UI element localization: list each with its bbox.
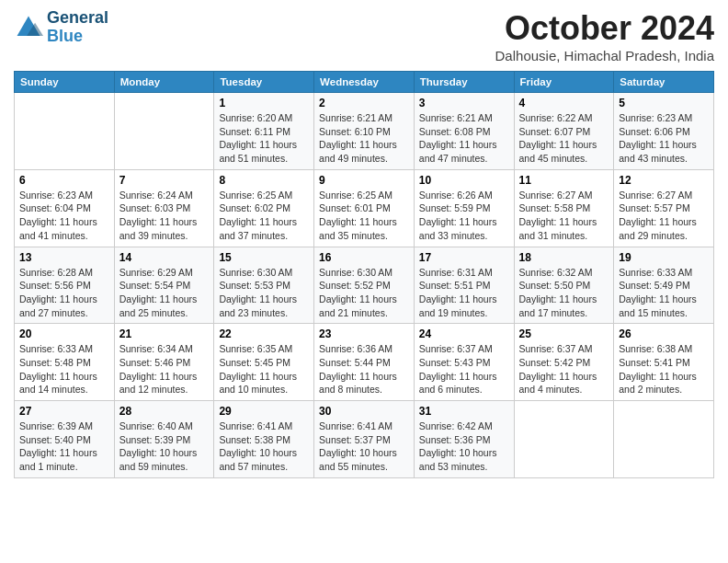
day-info: Sunrise: 6:22 AM Sunset: 6:07 PM Dayligh… xyxy=(519,111,609,166)
day-of-week-header: Friday xyxy=(514,72,614,93)
month-title: October 2024 xyxy=(495,9,714,48)
calendar-day-cell: 4Sunrise: 6:22 AM Sunset: 6:07 PM Daylig… xyxy=(514,93,614,170)
day-number: 25 xyxy=(519,327,609,340)
calendar-day-cell: 7Sunrise: 6:24 AM Sunset: 6:03 PM Daylig… xyxy=(114,169,214,247)
day-of-week-header: Saturday xyxy=(614,72,714,93)
day-info: Sunrise: 6:21 AM Sunset: 6:10 PM Dayligh… xyxy=(319,111,409,166)
calendar-day-cell: 31Sunrise: 6:42 AM Sunset: 5:36 PM Dayli… xyxy=(414,401,514,478)
day-number: 9 xyxy=(319,174,409,187)
day-number: 28 xyxy=(119,405,210,418)
day-number: 21 xyxy=(119,327,210,340)
day-info: Sunrise: 6:25 AM Sunset: 6:01 PM Dayligh… xyxy=(319,189,409,243)
day-info: Sunrise: 6:34 AM Sunset: 5:46 PM Dayligh… xyxy=(119,342,210,396)
day-number: 27 xyxy=(19,405,109,418)
day-info: Sunrise: 6:29 AM Sunset: 5:54 PM Dayligh… xyxy=(119,266,210,320)
day-info: Sunrise: 6:26 AM Sunset: 5:59 PM Dayligh… xyxy=(419,189,509,243)
day-info: Sunrise: 6:33 AM Sunset: 5:49 PM Dayligh… xyxy=(619,266,709,320)
day-info: Sunrise: 6:30 AM Sunset: 5:53 PM Dayligh… xyxy=(219,266,309,320)
day-number: 24 xyxy=(419,327,509,340)
calendar-day-cell: 16Sunrise: 6:30 AM Sunset: 5:52 PM Dayli… xyxy=(314,247,415,324)
day-number: 30 xyxy=(319,405,409,418)
day-number: 16 xyxy=(319,251,409,264)
day-number: 17 xyxy=(419,251,509,264)
day-info: Sunrise: 6:23 AM Sunset: 6:06 PM Dayligh… xyxy=(619,111,709,166)
day-of-week-header: Thursday xyxy=(414,72,514,93)
calendar-day-cell: 12Sunrise: 6:27 AM Sunset: 5:57 PM Dayli… xyxy=(614,169,714,247)
day-info: Sunrise: 6:27 AM Sunset: 5:58 PM Dayligh… xyxy=(519,189,609,243)
logo-icon xyxy=(14,13,43,42)
day-number: 14 xyxy=(119,251,210,264)
calendar-week-row: 20Sunrise: 6:33 AM Sunset: 5:48 PM Dayli… xyxy=(15,324,714,401)
calendar-day-cell: 26Sunrise: 6:38 AM Sunset: 5:41 PM Dayli… xyxy=(614,324,714,401)
day-number: 26 xyxy=(619,327,709,340)
day-number: 1 xyxy=(219,97,309,109)
day-info: Sunrise: 6:37 AM Sunset: 5:43 PM Dayligh… xyxy=(419,342,509,396)
day-of-week-header: Wednesday xyxy=(314,72,415,93)
calendar-day-cell: 28Sunrise: 6:40 AM Sunset: 5:39 PM Dayli… xyxy=(114,401,214,478)
day-info: Sunrise: 6:31 AM Sunset: 5:51 PM Dayligh… xyxy=(419,266,509,320)
calendar-day-cell: 9Sunrise: 6:25 AM Sunset: 6:01 PM Daylig… xyxy=(314,169,415,247)
calendar-day-cell: 20Sunrise: 6:33 AM Sunset: 5:48 PM Dayli… xyxy=(15,324,115,401)
calendar-header-row: SundayMondayTuesdayWednesdayThursdayFrid… xyxy=(15,72,714,93)
day-info: Sunrise: 6:33 AM Sunset: 5:48 PM Dayligh… xyxy=(19,342,109,396)
day-of-week-header: Tuesday xyxy=(214,72,314,93)
calendar-table: SundayMondayTuesdayWednesdayThursdayFrid… xyxy=(14,71,714,478)
day-info: Sunrise: 6:28 AM Sunset: 5:56 PM Dayligh… xyxy=(19,266,109,320)
calendar-day-cell: 23Sunrise: 6:36 AM Sunset: 5:44 PM Dayli… xyxy=(314,324,415,401)
day-number: 23 xyxy=(319,327,409,340)
calendar-day-cell: 18Sunrise: 6:32 AM Sunset: 5:50 PM Dayli… xyxy=(514,247,614,324)
calendar-day-cell: 29Sunrise: 6:41 AM Sunset: 5:38 PM Dayli… xyxy=(214,401,314,478)
calendar-day-cell xyxy=(114,93,214,170)
day-info: Sunrise: 6:37 AM Sunset: 5:42 PM Dayligh… xyxy=(519,342,609,396)
calendar-day-cell: 22Sunrise: 6:35 AM Sunset: 5:45 PM Dayli… xyxy=(214,324,314,401)
calendar-week-row: 6Sunrise: 6:23 AM Sunset: 6:04 PM Daylig… xyxy=(15,169,714,247)
day-info: Sunrise: 6:41 AM Sunset: 5:38 PM Dayligh… xyxy=(219,419,309,474)
location-subtitle: Dalhousie, Himachal Pradesh, India xyxy=(495,48,714,63)
day-number: 10 xyxy=(419,174,509,187)
day-info: Sunrise: 6:21 AM Sunset: 6:08 PM Dayligh… xyxy=(419,111,509,166)
day-of-week-header: Monday xyxy=(114,72,214,93)
calendar-day-cell: 30Sunrise: 6:41 AM Sunset: 5:37 PM Dayli… xyxy=(314,401,415,478)
calendar-day-cell: 2Sunrise: 6:21 AM Sunset: 6:10 PM Daylig… xyxy=(314,93,415,170)
calendar-day-cell: 25Sunrise: 6:37 AM Sunset: 5:42 PM Dayli… xyxy=(514,324,614,401)
calendar-day-cell: 8Sunrise: 6:25 AM Sunset: 6:02 PM Daylig… xyxy=(214,169,314,247)
day-number: 15 xyxy=(219,251,309,264)
calendar-day-cell: 3Sunrise: 6:21 AM Sunset: 6:08 PM Daylig… xyxy=(414,93,514,170)
day-number: 31 xyxy=(419,405,509,418)
day-info: Sunrise: 6:35 AM Sunset: 5:45 PM Dayligh… xyxy=(219,342,309,396)
day-info: Sunrise: 6:25 AM Sunset: 6:02 PM Dayligh… xyxy=(219,189,309,243)
day-number: 3 xyxy=(419,97,509,109)
day-number: 11 xyxy=(519,174,609,187)
day-number: 20 xyxy=(19,327,109,340)
calendar-day-cell: 11Sunrise: 6:27 AM Sunset: 5:58 PM Dayli… xyxy=(514,169,614,247)
day-info: Sunrise: 6:36 AM Sunset: 5:44 PM Dayligh… xyxy=(319,342,409,396)
day-number: 29 xyxy=(219,405,309,418)
day-info: Sunrise: 6:38 AM Sunset: 5:41 PM Dayligh… xyxy=(619,342,709,396)
day-of-week-header: Sunday xyxy=(15,72,115,93)
logo: General Blue xyxy=(14,9,108,46)
calendar-day-cell: 24Sunrise: 6:37 AM Sunset: 5:43 PM Dayli… xyxy=(414,324,514,401)
day-info: Sunrise: 6:32 AM Sunset: 5:50 PM Dayligh… xyxy=(519,266,609,320)
calendar-day-cell: 27Sunrise: 6:39 AM Sunset: 5:40 PM Dayli… xyxy=(15,401,115,478)
page-header: General Blue October 2024 Dalhousie, Him… xyxy=(14,9,714,63)
day-number: 2 xyxy=(319,97,409,109)
day-info: Sunrise: 6:27 AM Sunset: 5:57 PM Dayligh… xyxy=(619,189,709,243)
calendar-day-cell: 15Sunrise: 6:30 AM Sunset: 5:53 PM Dayli… xyxy=(214,247,314,324)
day-info: Sunrise: 6:39 AM Sunset: 5:40 PM Dayligh… xyxy=(19,419,109,474)
calendar-day-cell: 14Sunrise: 6:29 AM Sunset: 5:54 PM Dayli… xyxy=(114,247,214,324)
day-number: 19 xyxy=(619,251,709,264)
day-info: Sunrise: 6:30 AM Sunset: 5:52 PM Dayligh… xyxy=(319,266,409,320)
calendar-week-row: 27Sunrise: 6:39 AM Sunset: 5:40 PM Dayli… xyxy=(15,401,714,478)
calendar-day-cell xyxy=(514,401,614,478)
calendar-day-cell: 5Sunrise: 6:23 AM Sunset: 6:06 PM Daylig… xyxy=(614,93,714,170)
calendar-day-cell: 10Sunrise: 6:26 AM Sunset: 5:59 PM Dayli… xyxy=(414,169,514,247)
calendar-day-cell: 13Sunrise: 6:28 AM Sunset: 5:56 PM Dayli… xyxy=(15,247,115,324)
calendar-day-cell: 17Sunrise: 6:31 AM Sunset: 5:51 PM Dayli… xyxy=(414,247,514,324)
title-block: October 2024 Dalhousie, Himachal Pradesh… xyxy=(495,9,714,63)
day-number: 18 xyxy=(519,251,609,264)
day-number: 13 xyxy=(19,251,109,264)
day-number: 8 xyxy=(219,174,309,187)
day-info: Sunrise: 6:20 AM Sunset: 6:11 PM Dayligh… xyxy=(219,111,309,166)
day-info: Sunrise: 6:23 AM Sunset: 6:04 PM Dayligh… xyxy=(19,189,109,243)
day-number: 22 xyxy=(219,327,309,340)
